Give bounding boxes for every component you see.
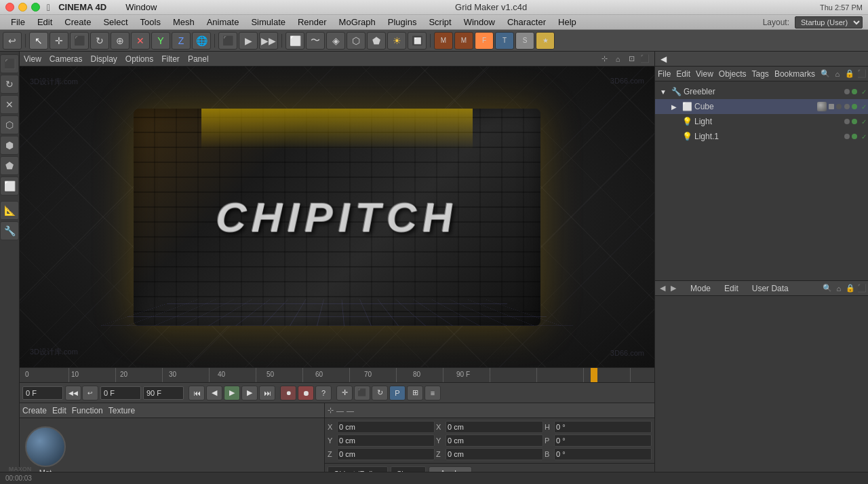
select-tool-button[interactable]: ↖ [29, 32, 48, 50]
close-button[interactable] [5, 3, 14, 12]
tool-point[interactable]: ⬟ [0, 156, 19, 175]
material-button-4[interactable]: T [495, 32, 514, 50]
menu-animate[interactable]: Animate [201, 16, 245, 29]
light1-dot-visible[interactable] [852, 134, 857, 139]
viewport-icon-maximize[interactable]: ⬛ [639, 54, 650, 64]
menu-select[interactable]: Select [98, 16, 133, 29]
expand-icon[interactable]: ⬛ [857, 69, 867, 79]
tree-item-light[interactable]: 💡 Light ✓ [655, 114, 868, 129]
scale-tool-button[interactable]: ⬛ [70, 32, 89, 50]
y-pos-input[interactable] [337, 434, 435, 447]
tool-knife[interactable]: 🔧 [0, 221, 19, 240]
menu-file[interactable]: File [5, 16, 31, 29]
menu-window[interactable]: Window [120, 1, 162, 14]
panel-header-icon-1[interactable]: ◀ [658, 54, 669, 64]
motion-button[interactable]: ✛ [336, 386, 353, 401]
y-axis-button[interactable]: Y [151, 32, 170, 50]
nurbs-button[interactable]: ◈ [326, 32, 345, 50]
layout-select[interactable]: Startup (User) [795, 16, 863, 29]
light-button[interactable]: ☀ [387, 32, 406, 50]
cube-object-button[interactable]: ⬜ [285, 32, 304, 50]
help-button[interactable]: ? [315, 386, 332, 401]
viewport-menu-filter[interactable]: Filter [161, 54, 180, 64]
viewport-menu-panel[interactable]: Panel [188, 54, 209, 64]
render-all-button[interactable]: ▶▶ [259, 32, 278, 50]
prev-frame-button[interactable]: ◀ [206, 386, 222, 401]
tree-item-greebler[interactable]: ▼ 🔧 Greebler ✓ [655, 84, 868, 99]
attr-tab-userdata[interactable]: User Data [748, 282, 793, 295]
sz-input[interactable] [446, 448, 543, 460]
menu-plugins[interactable]: Plugins [382, 16, 422, 29]
move-tool-button[interactable]: ✛ [50, 32, 68, 50]
fcurve-button[interactable]: P [389, 386, 406, 401]
render-view-button[interactable]: ▶ [239, 32, 258, 50]
attr-home-icon[interactable]: ⌂ [834, 284, 844, 293]
tool-scale[interactable]: ✕ [0, 95, 19, 114]
material-menu-function[interactable]: Function [72, 406, 103, 415]
om-menu-edit[interactable]: Edit [676, 69, 690, 79]
start-frame-input[interactable] [100, 386, 141, 400]
next-frame-button[interactable]: ▶ [241, 386, 258, 401]
om-menu-tags[interactable]: Tags [752, 69, 769, 79]
attr-forward-icon[interactable]: ▶ [669, 284, 678, 293]
go-start-button[interactable]: ⏮ [189, 386, 205, 401]
menu-mograph[interactable]: MoGraph [334, 16, 381, 29]
attr-lock-icon[interactable]: 🔒 [846, 284, 855, 293]
p-input[interactable] [554, 434, 652, 447]
viewport[interactable]: CHIPITCH 3D设计库.com 3D66.com 3D设计库.com 3D… [20, 67, 654, 367]
viewport-menu-options[interactable]: Options [125, 54, 153, 64]
x-axis-button[interactable]: ✕ [131, 32, 150, 50]
tool-measure[interactable]: 📐 [0, 201, 19, 220]
material-button-3[interactable]: F [475, 32, 494, 50]
om-menu-bookmarks[interactable]: Bookmarks [774, 69, 815, 79]
tool-polygon[interactable]: ⬡ [0, 115, 19, 134]
world-button[interactable]: 🌐 [192, 32, 211, 50]
camera-button[interactable]: ⬟ [367, 32, 386, 50]
sx-input[interactable] [446, 421, 543, 433]
timeline-track[interactable]: 0 10 20 30 40 50 60 70 80 90 F [22, 368, 652, 382]
tree-item-cube[interactable]: ▶ ⬜ Cube ✓ [655, 99, 868, 114]
om-menu-view[interactable]: View [696, 69, 713, 79]
menu-mesh[interactable]: Mesh [167, 16, 200, 29]
material-button-1[interactable]: M [434, 32, 453, 50]
h-input[interactable] [554, 421, 652, 433]
render-region-button[interactable]: ⬛ [218, 32, 237, 50]
deformer-button[interactable]: ⬡ [347, 32, 366, 50]
x-pos-input[interactable] [337, 421, 435, 433]
material-menu-texture[interactable]: Texture [108, 406, 135, 415]
viewport-icon-fit[interactable]: ⊡ [626, 54, 637, 64]
tool-edge[interactable]: ⬢ [0, 136, 19, 155]
end-frame-input[interactable] [143, 386, 184, 400]
tool-rotate[interactable]: ↻ [0, 75, 19, 94]
om-menu-file[interactable]: File [658, 69, 671, 79]
go-end-button[interactable]: ⏭ [259, 386, 275, 401]
play-button[interactable]: ▶ [224, 386, 240, 401]
attr-expand-icon[interactable]: ⬛ [857, 284, 867, 293]
material-menu-create[interactable]: Create [22, 406, 47, 415]
tree-item-light-1[interactable]: 💡 Light.1 ✓ [655, 129, 868, 144]
material-button-2[interactable]: M [454, 32, 473, 50]
tool-move[interactable]: ⬛ [0, 54, 19, 73]
dot-visible[interactable] [852, 89, 857, 94]
menu-simulate[interactable]: Simulate [245, 16, 291, 29]
sy-input[interactable] [446, 434, 543, 447]
timeline-button[interactable]: ⬛ [354, 386, 370, 401]
attr-search-icon[interactable]: 🔍 [823, 284, 832, 293]
keyframe-button[interactable]: ⊞ [407, 386, 423, 401]
timeline-playhead[interactable] [591, 368, 597, 382]
cube-dot-visible[interactable] [852, 104, 857, 109]
rotate-tool-button[interactable]: ↻ [90, 32, 109, 50]
maximize-button[interactable] [31, 3, 40, 12]
om-menu-objects[interactable]: Objects [719, 69, 747, 79]
record-button[interactable]: ⏺ [280, 386, 296, 401]
timeline-ruler[interactable]: 0 10 20 30 40 50 60 70 80 90 F [20, 367, 654, 382]
attr-tab-edit[interactable]: Edit [720, 282, 743, 295]
curve-button[interactable]: ↻ [372, 386, 388, 401]
auto-key-button[interactable]: ⏺ [298, 386, 314, 401]
menu-create[interactable]: Create [59, 16, 96, 29]
rewind-button[interactable]: ↩ [82, 386, 98, 401]
transform-tool-button[interactable]: ⊕ [111, 32, 130, 50]
attr-tab-mode[interactable]: Mode [686, 282, 715, 295]
tool-object[interactable]: ⬜ [0, 176, 19, 196]
menu-script[interactable]: Script [423, 16, 456, 29]
